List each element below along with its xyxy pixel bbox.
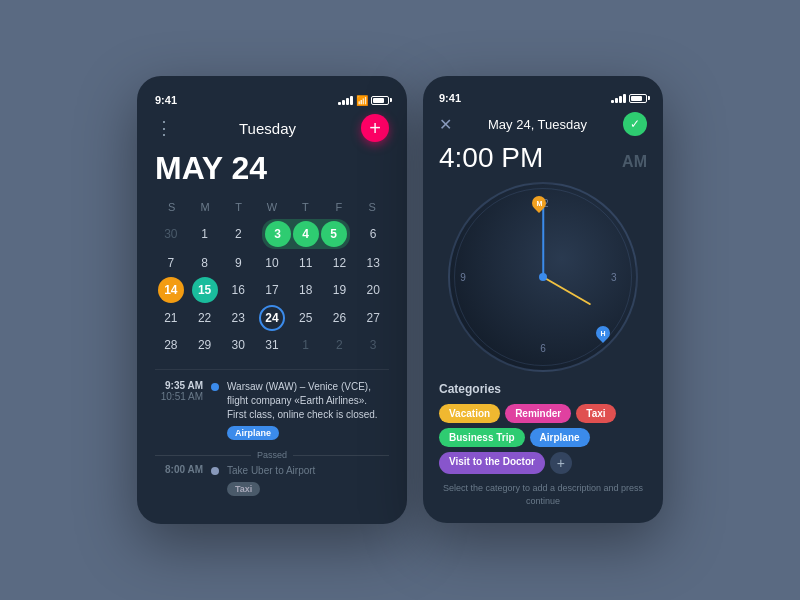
weekday-m: M [188,199,221,215]
event-text-1: Warsaw (WAW) – Venice (VCE), flight comp… [227,380,389,422]
cal-day-11[interactable]: 11 [290,251,322,275]
cal-day-21[interactable]: 21 [155,305,187,331]
event-badge-taxi: Taxi [227,482,260,496]
timepicker-phone: 9:41 ✕ May 24, Tuesday ✓ [423,76,663,523]
weekday-t2: T [289,199,322,215]
cal-day-14[interactable]: 14 [155,277,187,303]
hour-pin-label: M [536,200,542,207]
add-event-button[interactable]: + [361,114,389,142]
event-detail-1: Warsaw (WAW) – Venice (VCE), flight comp… [227,380,389,440]
event-indicator-2 [211,464,219,475]
events-list: 9:35 AM 10:51 AM Warsaw (WAW) – Venice (… [155,369,389,496]
cal-day-27[interactable]: 27 [357,305,389,331]
status-icons-1: 📶 [338,95,389,106]
status-time-1: 9:41 [155,94,177,106]
clock-num-3: 3 [611,272,617,283]
cat-visit-doctor[interactable]: Visit to the Doctor [439,452,545,474]
passed-label: Passed [257,450,287,460]
cal-day-16[interactable]: 16 [222,277,254,303]
wifi-icon: 📶 [356,95,368,106]
clock-center-dot [539,273,547,281]
cat-airplane[interactable]: Airplane [530,428,590,447]
cal-day-8[interactable]: 8 [189,251,221,275]
categories-section: Categories Vacation Reminder Taxi Busine… [439,382,647,507]
cal-day-17[interactable]: 17 [256,277,288,303]
minute-hand [542,207,544,277]
cal-day-26[interactable]: 26 [324,305,356,331]
status-time-2: 9:41 [439,92,461,104]
weekday-s1: S [155,199,188,215]
cal-day-25[interactable]: 25 [290,305,322,331]
minute-pin-label: H [600,330,605,337]
cal-day-31[interactable]: 31 [256,333,288,357]
cal-day-18[interactable]: 18 [290,277,322,303]
event-taxi: 8:00 AM Take Uber to Airport Taxi [155,464,389,496]
cal-range-3-5[interactable]: 3 4 5 [256,219,355,249]
cal-day-1[interactable]: 1 [189,219,221,249]
cat-reminder[interactable]: Reminder [505,404,571,423]
close-button[interactable]: ✕ [439,115,452,134]
calendar-header: ⋮ Tuesday + [155,114,389,142]
cal-day-13[interactable]: 13 [357,251,389,275]
cal-day-3-next[interactable]: 3 [357,333,389,357]
weekday-t1: T [222,199,255,215]
cal-day-19[interactable]: 19 [324,277,356,303]
status-bar-2: 9:41 [439,86,647,108]
cal-day-9[interactable]: 9 [222,251,254,275]
cal-day-23[interactable]: 23 [222,305,254,331]
cal-day-20[interactable]: 20 [357,277,389,303]
weekday-w: W [255,199,288,215]
signal-icon [338,96,353,105]
categories-title: Categories [439,382,647,396]
cat-taxi[interactable]: Taxi [576,404,615,423]
menu-button[interactable]: ⋮ [155,117,174,139]
am-toggle[interactable]: AM [622,153,647,171]
calendar-weekdays: S M T W T F S [155,199,389,215]
categories-hint: Select the category to add a description… [439,482,647,507]
cal-day-15[interactable]: 15 [189,277,221,303]
cal-day-2-next[interactable]: 2 [324,333,356,357]
cal-day-12[interactable]: 12 [324,251,356,275]
cal-day-10[interactable]: 10 [256,251,288,275]
time-value: 4:00 PM [439,142,543,174]
event-time-1: 9:35 AM 10:51 AM [155,380,203,402]
timepicker-date: May 24, Tuesday [488,117,587,132]
weekday-s2: S [356,199,389,215]
categories-row-3: Visit to the Doctor + [439,452,647,474]
cal-day-7[interactable]: 7 [155,251,187,275]
cal-day-2[interactable]: 2 [222,219,254,249]
cal-day-4[interactable]: 4 [293,221,319,247]
add-category-button[interactable]: + [550,452,572,474]
clock-face[interactable]: 12 3 6 9 M H [448,182,638,372]
cal-day-1-next[interactable]: 1 [290,333,322,357]
calendar-phone: 9:41 📶 ⋮ Tuesday [137,76,407,524]
status-bar-1: 9:41 📶 [155,88,389,110]
event-badge-airplane: Airplane [227,426,279,440]
categories-row-1: Vacation Reminder Taxi [439,404,647,423]
cal-day-6[interactable]: 6 [357,219,389,249]
header-day: Tuesday [239,120,296,137]
clock-container[interactable]: 12 3 6 9 M H [448,182,638,372]
signal-icon-2 [611,94,626,103]
event-airplane: 9:35 AM 10:51 AM Warsaw (WAW) – Venice (… [155,380,389,440]
weekday-f: F [322,199,355,215]
timepicker-header: ✕ May 24, Tuesday ✓ [439,112,647,136]
confirm-button[interactable]: ✓ [623,112,647,136]
clock-num-9: 9 [460,272,466,283]
cat-vacation[interactable]: Vacation [439,404,500,423]
status-icons-2 [611,94,647,103]
event-detail-2: Take Uber to Airport Taxi [227,464,389,496]
cat-business-trip[interactable]: Business Trip [439,428,525,447]
cal-day-30-prev[interactable]: 30 [155,219,187,249]
cal-day-3[interactable]: 3 [265,221,291,247]
cal-day-30[interactable]: 30 [222,333,254,357]
cal-day-29[interactable]: 29 [189,333,221,357]
cal-day-5[interactable]: 5 [321,221,347,247]
cal-day-22[interactable]: 22 [189,305,221,331]
cal-day-28[interactable]: 28 [155,333,187,357]
cal-day-24[interactable]: 24 [256,305,288,331]
am-label[interactable]: AM [622,153,647,170]
clock-num-6: 6 [540,342,546,353]
battery-icon-2 [629,94,647,103]
battery-icon [371,96,389,105]
